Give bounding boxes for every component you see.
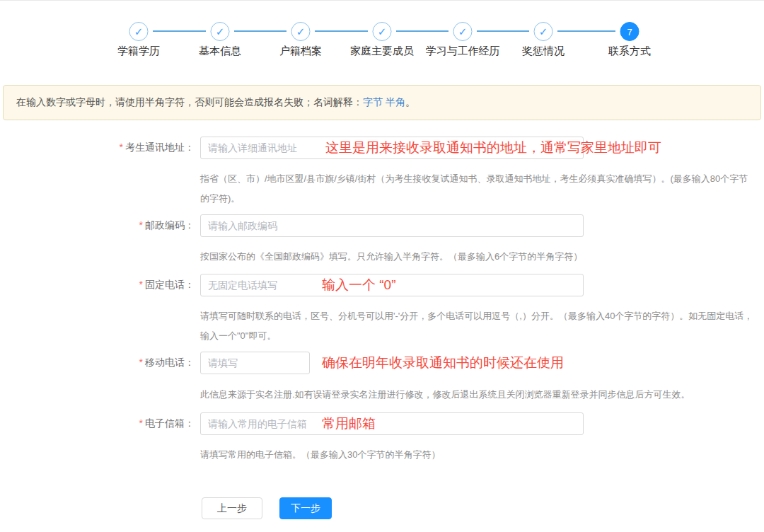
step-connector <box>557 30 615 32</box>
step-label-lianxi: 联系方式 <box>608 45 651 58</box>
row-postal-code: *邮政编码： <box>0 214 764 237</box>
landline-phone-input[interactable] <box>200 274 584 296</box>
step-6-circle[interactable]: ✓ <box>534 22 553 41</box>
step-label-xuexi: 学习与工作经历 <box>426 45 500 58</box>
step-label-xueji: 学籍学历 <box>117 45 160 58</box>
step-5-circle[interactable]: ✓ <box>453 22 473 41</box>
step-number: 7 <box>627 27 632 37</box>
step-connector <box>477 30 529 32</box>
postal-code-input[interactable] <box>200 214 584 237</box>
mobile-phone-help: 此信息来源于实名注册.如有误请登录实名注册进行修改，修改后退出系统且关闭浏览器重… <box>200 385 753 405</box>
check-icon: ✓ <box>539 25 548 37</box>
contact-info-form: *考生通讯地址： 这里是用来接收录取通知书的地址，通常写家里地址即可 指省（区、… <box>0 137 764 519</box>
halfwidth-notice-banner: 在输入数字或字母时，请使用半角字符，否则可能会造成报名失败；名词解释：字节 半角… <box>3 85 761 120</box>
check-icon: ✓ <box>296 25 306 37</box>
step-4-circle[interactable]: ✓ <box>373 22 392 41</box>
email-input[interactable] <box>200 412 584 435</box>
step-label-jiben: 基本信息 <box>199 45 241 58</box>
prev-step-button[interactable]: 上一步 <box>202 497 262 519</box>
email-help: 请填写常用的电子信箱。（最多输入30个字节的半角字符） <box>200 445 753 465</box>
step-connector <box>234 30 286 32</box>
required-asterisk: * <box>139 357 143 368</box>
row-email: *电子信箱： 常用邮箱 <box>0 412 764 435</box>
required-asterisk: * <box>139 279 143 290</box>
mailing-address-help: 指省（区、市）/地市区盟/县市旗/乡镇/街村（为考生接收复试通知书、录取通知书地… <box>200 169 753 209</box>
mobile-phone-annotation: 确保在明年收录取通知书的时候还在使用 <box>322 354 564 372</box>
mailing-address-label: *考生通讯地址： <box>0 141 195 154</box>
landline-phone-label: *固定电话： <box>0 279 195 291</box>
step-connector <box>315 30 368 32</box>
link-halfwidth[interactable]: 半角 <box>386 96 405 108</box>
check-icon: ✓ <box>378 25 387 37</box>
row-landline-phone: *固定电话： 输入一个 “0” <box>0 274 764 296</box>
required-asterisk: * <box>139 417 143 429</box>
row-mailing-address: *考生通讯地址： 这里是用来接收录取通知书的地址，通常写家里地址即可 <box>0 137 764 159</box>
step-7-circle-active[interactable]: 7 <box>620 22 639 41</box>
step-connector <box>396 30 448 32</box>
landline-phone-help: 请填写可随时联系的电话，区号、分机号可以用'-'分开，多个电话可以用逗号（,）分… <box>200 306 753 346</box>
email-label: *电子信箱： <box>0 417 195 430</box>
wizard-stepper: ✓ ✓ ✓ ✓ ✓ ✓ 7 学籍学历 基本信息 户籍档案 家庭主要成员 学习与工… <box>0 1 764 63</box>
mobile-phone-input[interactable] <box>200 352 310 374</box>
postal-code-label: *邮政编码： <box>0 219 195 232</box>
step-label-huji: 户籍档案 <box>279 45 322 58</box>
mobile-phone-label: *移动电话： <box>0 357 195 369</box>
row-mobile-phone: *移动电话： 确保在明年收录取通知书的时候还在使用 <box>0 352 764 374</box>
step-connector <box>153 30 206 32</box>
step-label-jiating: 家庭主要成员 <box>350 45 414 58</box>
step-label-jiangcheng: 奖惩情况 <box>522 45 565 58</box>
check-icon: ✓ <box>216 25 225 37</box>
step-1-circle[interactable]: ✓ <box>129 22 149 41</box>
step-2-circle[interactable]: ✓ <box>211 22 230 41</box>
required-asterisk: * <box>139 219 143 231</box>
form-actions: 上一步 下一步 <box>202 497 764 519</box>
check-icon: ✓ <box>134 25 144 37</box>
postal-code-help: 按国家公布的《全国邮政编码》填写。只允许输入半角字符。（最多输入6个字节的半角字… <box>200 247 753 267</box>
link-byte[interactable]: 字节 <box>363 96 383 108</box>
check-icon: ✓ <box>458 25 468 37</box>
notice-suffix: 。 <box>405 96 415 108</box>
next-step-button[interactable]: 下一步 <box>279 497 332 519</box>
mailing-address-input[interactable] <box>200 137 584 159</box>
required-asterisk: * <box>120 141 123 153</box>
notice-text: 在输入数字或字母时，请使用半角字符，否则可能会造成报名失败；名词解释： <box>16 96 363 108</box>
step-3-circle[interactable]: ✓ <box>291 22 311 41</box>
